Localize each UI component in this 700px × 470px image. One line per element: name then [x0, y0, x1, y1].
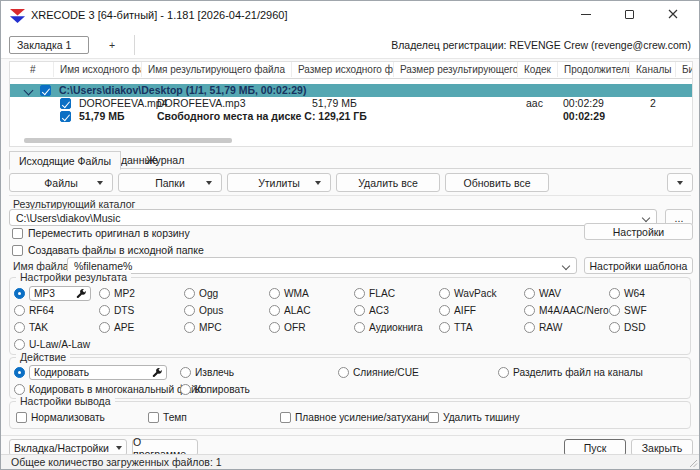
merge-radio[interactable] — [338, 367, 349, 378]
filename-combo[interactable]: %filename% — [67, 257, 577, 274]
totals-row[interactable]: 51,79 МБ Свободного места на диске C: 12… — [10, 110, 692, 123]
format-option-aiff[interactable]: AIFF — [439, 305, 524, 316]
wav-radio[interactable] — [524, 288, 535, 299]
opus-radio[interactable] — [184, 305, 195, 316]
table-row[interactable]: DOROFEEVA.mp4 DOROFEEVA.mp3 51,79 МБ aac… — [10, 97, 692, 110]
swf-radio[interactable] — [609, 305, 620, 316]
minimize-button[interactable] — [569, 1, 603, 27]
group-checkbox[interactable] — [40, 85, 51, 96]
format-option-ac3[interactable]: AC3 — [354, 305, 439, 316]
normalize-checkbox[interactable] — [16, 412, 27, 423]
format-option-mp2[interactable]: MP2 — [99, 288, 184, 299]
more-options-button[interactable] — [667, 173, 693, 192]
remove-silence-option[interactable]: Удалить тишину — [428, 412, 520, 423]
refresh-all-button[interactable]: Обновить все — [445, 173, 549, 192]
col-header-source-size[interactable]: Размер исходного файла — [292, 62, 394, 77]
action-option-multichannel[interactable]: Кодировать в многоканальный файл — [14, 384, 180, 395]
dsd-radio[interactable] — [609, 322, 620, 333]
create-in-source-checkbox[interactable] — [12, 245, 23, 256]
raw-radio[interactable] — [524, 322, 535, 333]
create-in-source-option[interactable]: Создавать файлы в исходной папке — [12, 244, 204, 256]
format-option-ogg[interactable]: Ogg — [184, 288, 269, 299]
format-option-swf[interactable]: SWF — [609, 305, 694, 316]
format-option-wavpack[interactable]: WavPack — [439, 288, 524, 299]
format-option-mp3[interactable]: MP3 — [14, 286, 99, 301]
settings-button[interactable]: Настройки — [584, 223, 693, 240]
rf64-radio[interactable] — [14, 305, 25, 316]
format-option-wma[interactable]: WMA — [269, 288, 354, 299]
ulaw-radio[interactable] — [14, 339, 25, 350]
format-option-flac[interactable]: FLAC — [354, 288, 439, 299]
col-header-source-name[interactable]: Имя исходного файла — [54, 62, 142, 77]
aiff-radio[interactable] — [439, 305, 450, 316]
format-option-tak[interactable]: TAK — [14, 322, 99, 333]
dts-radio[interactable] — [99, 305, 110, 316]
format-option-tta[interactable]: TTA — [439, 322, 524, 333]
wrench-icon[interactable] — [152, 368, 162, 378]
col-header-result-size[interactable]: Размер результирующего файла — [394, 62, 518, 77]
format-option-mpc[interactable]: MPC — [184, 322, 269, 333]
remove-all-button[interactable]: Удалить все — [336, 173, 440, 192]
remove-silence-checkbox[interactable] — [428, 412, 439, 423]
col-header-codec[interactable]: Кодек — [518, 62, 558, 77]
format-option-ofr[interactable]: OFR — [269, 322, 354, 333]
action-option-encode[interactable]: Кодировать — [14, 365, 180, 380]
tta-radio[interactable] — [439, 322, 450, 333]
col-header-duration[interactable]: Продолжительность — [558, 62, 630, 77]
w64-radio[interactable] — [609, 288, 620, 299]
resize-grip[interactable] — [688, 458, 698, 468]
flac-radio[interactable] — [354, 288, 365, 299]
tak-radio[interactable] — [14, 322, 25, 333]
col-header-channels[interactable]: Каналы — [630, 62, 676, 77]
template-settings-button[interactable]: Настройки шаблона — [584, 257, 693, 274]
group-row[interactable]: C:\Users\diakov\Desktop (1/1, 51,79 МБ, … — [10, 84, 692, 97]
ape-radio[interactable] — [99, 322, 110, 333]
horizontal-scrollbar[interactable] — [24, 138, 232, 143]
multichannel-radio[interactable] — [14, 384, 25, 395]
fade-option[interactable]: Плавное усиление/затухание — [280, 412, 428, 423]
format-option-m4a[interactable]: M4A/AAC/Nero — [524, 305, 609, 316]
maximize-button[interactable] — [612, 1, 646, 27]
wrench-icon[interactable] — [76, 289, 86, 299]
col-header-index[interactable]: # — [10, 62, 54, 77]
action-option-extract[interactable]: Извлечь — [180, 367, 338, 378]
wavpack-radio[interactable] — [439, 288, 450, 299]
format-option-ape[interactable]: APE — [99, 322, 184, 333]
tab-log[interactable]: Журнал — [137, 151, 193, 169]
mp2-radio[interactable] — [99, 288, 110, 299]
output-dir-combo[interactable]: C:\Users\diakov\Music — [9, 209, 657, 226]
normalize-option[interactable]: Нормализовать — [16, 412, 148, 423]
alac-radio[interactable] — [269, 305, 280, 316]
folders-menu-button[interactable]: Папки — [118, 173, 222, 192]
ac3-radio[interactable] — [354, 305, 365, 316]
copy-radio[interactable] — [180, 384, 191, 395]
totals-checkbox[interactable] — [60, 111, 71, 122]
tab-output-files[interactable]: Исходящие Файлы — [9, 151, 121, 170]
m4a-radio[interactable] — [524, 305, 535, 316]
action-option-merge[interactable]: Слияние/CUE — [338, 367, 498, 378]
format-option-dts[interactable]: DTS — [99, 305, 184, 316]
fade-checkbox[interactable] — [280, 412, 291, 423]
format-option-ulaw[interactable]: U-Law/A-Law — [14, 339, 99, 350]
move-to-recycle-checkbox[interactable] — [12, 228, 23, 239]
format-option-raw[interactable]: RAW — [524, 322, 609, 333]
tempo-checkbox[interactable] — [148, 412, 159, 423]
action-option-copy[interactable]: Копировать — [180, 384, 338, 395]
extract-radio[interactable] — [180, 367, 191, 378]
wma-radio[interactable] — [269, 288, 280, 299]
encode-radio[interactable] — [14, 367, 25, 378]
file-checkbox[interactable] — [60, 98, 71, 109]
format-option-opus[interactable]: Opus — [184, 305, 269, 316]
audiobook-radio[interactable] — [354, 322, 365, 333]
collapse-chevron-icon[interactable] — [24, 86, 34, 96]
col-header-bitrate[interactable]: Би — [676, 62, 692, 77]
mp3-radio[interactable] — [14, 288, 25, 299]
format-option-wav[interactable]: WAV — [524, 288, 609, 299]
format-option-alac[interactable]: ALAC — [269, 305, 354, 316]
ofr-radio[interactable] — [269, 322, 280, 333]
close-button[interactable] — [656, 1, 690, 27]
format-option-w64[interactable]: W64 — [609, 288, 694, 299]
format-option-rf64[interactable]: RF64 — [14, 305, 99, 316]
col-header-result-name[interactable]: Имя результирующего файла — [142, 62, 292, 77]
ogg-radio[interactable] — [184, 288, 195, 299]
